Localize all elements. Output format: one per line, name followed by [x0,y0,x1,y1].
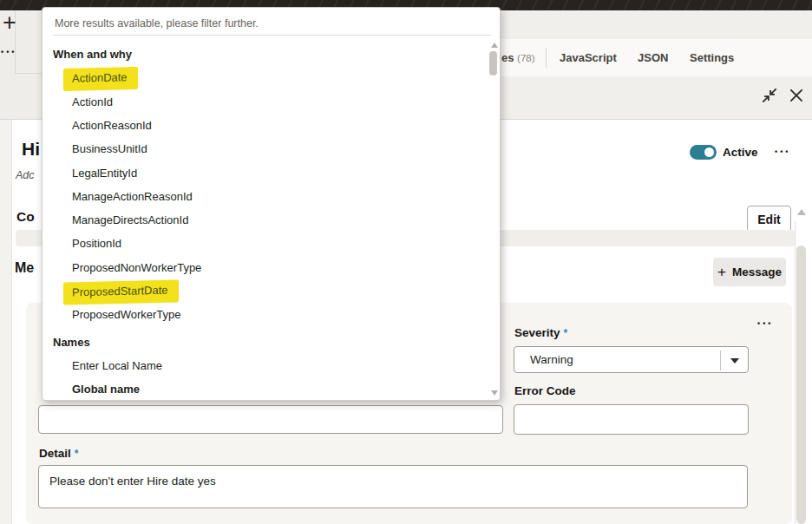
tab-json[interactable]: JSON [638,51,668,64]
dropdown-item[interactable]: ProposedNonWorkerType [72,261,201,274]
dropdown-scroll-down-arrow[interactable] [491,390,498,396]
add-tab-icon[interactable]: + [3,10,16,36]
section-heading-partial: Co [16,209,35,225]
autocomplete-dropdown: More results available, please filter fu… [42,7,501,401]
active-toggle-knob [703,146,716,159]
required-asterisk: * [75,448,79,460]
left-toolbar-divider-horizontal [15,73,42,74]
page-title: Hi [22,139,40,160]
active-toggle-label: Active [723,146,758,159]
tab-partial[interactable]: es (78) [501,51,535,64]
dropdown-item[interactable]: PositionId [72,237,121,250]
add-message-label: Message [732,265,782,278]
dropdown-scroll-up-arrow[interactable] [491,43,498,48]
dropdown-item[interactable]: Enter Local Name [72,359,162,372]
dropdown-scroll-thumb[interactable] [489,51,497,75]
dropdown-item[interactable]: LegalEntityId [72,167,137,180]
highlighted-item-text: ActionDate [63,67,138,91]
dropdown-item[interactable]: ManageActionReasonId [72,190,193,203]
dropdown-item[interactable]: FirstName [88,397,141,402]
tab-settings[interactable]: Settings [690,51,734,64]
detail-label-text: Detail [39,447,71,460]
severity-select-divider [720,350,721,370]
edit-button[interactable]: Edit [747,206,791,233]
dropdown-item[interactable]: Global name [72,383,140,396]
required-asterisk: * [564,327,568,339]
dropdown-item[interactable]: ProposedStartDate [72,285,168,298]
detail-label: Detail* [39,447,78,460]
dropdown-group-header: Names [53,336,90,349]
tab-javascript[interactable]: JavaScript [560,51,617,64]
dropdown-notice: More results available, please filter fu… [55,17,259,29]
tab-separator [546,48,547,68]
page-subtitle: Adc [16,169,35,181]
rail-overflow-icon[interactable]: ••• [1,48,16,56]
active-toggle[interactable] [690,145,717,160]
add-message-button[interactable]: + Message [713,258,786,286]
dropdown-item[interactable]: ActionReasonId [72,119,152,132]
tab-partial-count: (78) [517,53,534,63]
highlighted-item-text: ProposedStartDate [63,279,179,305]
severity-value: Warning [530,353,573,366]
dropdown-group-header: When and why [53,48,132,61]
dropdown-item[interactable]: ProposedWorkerType [72,308,181,321]
dropdown-item[interactable]: ActionDate [72,71,128,84]
error-code-label: Error Code [514,384,576,397]
severity-label: Severity* [514,326,567,339]
close-icon[interactable] [787,86,806,105]
header-overflow-icon[interactable]: ••• [775,147,790,156]
detail-input[interactable]: Please don't enter Hire date yes [38,465,748,508]
messages-heading-partial: Me [15,260,34,276]
app-root: + ••• es (78) JavaScript JSON Settings H… [0,0,812,524]
chevron-down-icon[interactable] [730,358,739,364]
tab-partial-label: es [501,51,514,64]
scrollbar-thumb[interactable] [796,246,806,524]
collapse-pane-icon[interactable] [760,86,779,105]
dropdown-item[interactable]: ActionId [72,95,113,108]
left-margin-strip [0,120,12,524]
dropdown-divider [53,35,491,36]
message-card-overflow-icon[interactable]: ••• [757,319,773,328]
dropdown-item[interactable]: ManageDirectsActionId [72,213,188,226]
scrollbar-up-arrow[interactable] [797,209,806,215]
scrollbar-track [795,221,796,524]
summary-input[interactable] [38,405,503,434]
plus-icon: + [717,264,726,281]
severity-label-text: Severity [514,326,560,339]
severity-select[interactable]: Warning [514,346,749,373]
error-code-input[interactable] [514,404,749,435]
dropdown-item[interactable]: BusinessUnitId [72,142,147,155]
